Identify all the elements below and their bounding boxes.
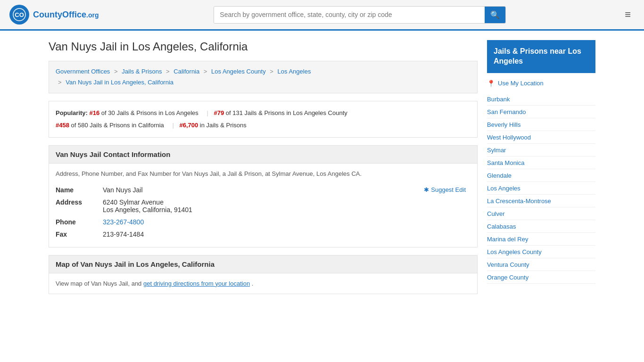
breadcrumb-government-offices[interactable]: Government Offices [56,68,110,75]
logo-text: CountyOffice.org [33,10,99,20]
breadcrumb: Government Offices > Jails & Prisons > C… [49,61,478,93]
sidebar-list-item: La Crescenta-Montrose [487,195,595,207]
name-value: Van Nuys Jail ✱ Suggest Edit [103,184,471,196]
search-input[interactable] [214,7,485,23]
phone-label: Phone [56,216,103,228]
sidebar-link-ventura-county[interactable]: Ventura County [487,261,529,268]
sidebar-list-item: West Hollywood [487,131,595,144]
address-label: Address [56,196,103,216]
pop-rank-1: #16 of 30 Jails & Prisons in Los Angeles [90,109,200,116]
pop-rank-4: #6,700 in Jails & Prisons [179,122,246,129]
fax-value: 213-974-1484 [103,228,471,240]
use-my-location-button[interactable]: 📍 Use My Location [487,78,544,89]
sidebar-list-item: Orange County [487,271,595,284]
sidebar-links-list: BurbankSan FernandoBeverly HillsWest Hol… [487,93,595,284]
sidebar-link-marina-del-rey[interactable]: Marina del Rey [487,236,528,243]
main-container: Van Nuys Jail in Los Angeles, California… [39,31,605,311]
sidebar-list-item: Burbank [487,93,595,106]
sidebar-link-burbank[interactable]: Burbank [487,96,510,103]
sidebar-link-beverly-hills[interactable]: Beverly Hills [487,121,521,128]
sidebar-list-item: Beverly Hills [487,118,595,131]
driving-directions-link[interactable]: get driving directions from your locatio… [143,280,250,287]
phone-link[interactable]: 323-267-4800 [103,218,144,226]
table-row-name: Name Van Nuys Jail ✱ Suggest Edit [56,184,471,196]
breadcrumb-sep-3: > [204,68,207,75]
map-description-prefix: View map of Van Nuys Jail, and [56,280,143,287]
breadcrumb-la-county[interactable]: Los Angeles County [211,68,266,75]
breadcrumb-la[interactable]: Los Angeles [278,68,311,75]
contact-table: Name Van Nuys Jail ✱ Suggest Edit Addres… [56,184,471,240]
sidebar-link-los-angeles[interactable]: Los Angeles [487,185,520,192]
breadcrumb-jails-prisons[interactable]: Jails & Prisons [122,68,162,75]
address-value: 6240 Sylmar Avenue Los Angeles, Californ… [103,196,471,216]
pop-rank-2: #79 of 131 Jails & Prisons in Los Angele… [214,109,347,116]
breadcrumb-current[interactable]: Van Nuys Jail in Los Angeles, California [66,79,173,86]
logo-office: Office [62,10,86,19]
search-box: 🔍 [214,6,506,24]
map-info-box: View map of Van Nuys Jail, and get drivi… [49,273,478,294]
page-title: Van Nuys Jail in Los Angeles, California [49,40,478,53]
map-section: Map of Van Nuys Jail in Los Angeles, Cal… [49,255,478,294]
logo-icon: CO [9,5,29,25]
sidebar-link-orange-county[interactable]: Orange County [487,274,528,281]
sidebar-list-item: Los Angeles County [487,246,595,258]
table-row-fax: Fax 213-974-1484 [56,228,471,240]
pop-sep-2: | [172,122,173,129]
map-description-suffix: . [252,280,254,287]
sidebar-list-item: San Fernando [487,106,595,118]
sidebar-link-calabasas[interactable]: Calabasas [487,223,516,230]
search-icon: 🔍 [490,11,500,19]
sidebar-list-item: Sylmar [487,144,595,156]
logo-area: CO CountyOffice.org [9,5,99,25]
search-button[interactable]: 🔍 [485,7,505,23]
contact-info-box: Address, Phone Number, and Fax Number fo… [49,164,478,247]
table-row-phone: Phone 323-267-4800 [56,216,471,228]
suggest-edit-icon: ✱ [424,186,429,193]
svg-text:CO: CO [15,11,24,18]
map-section-header: Map of Van Nuys Jail in Los Angeles, Cal… [49,255,478,273]
logo-domain: .org [86,11,99,19]
breadcrumb-sep-1: > [114,68,118,75]
sidebar-link-sylmar[interactable]: Sylmar [487,147,506,154]
fax-label: Fax [56,228,103,240]
search-area: 🔍 [214,6,506,24]
sidebar-list-item: Glendale [487,169,595,182]
suggest-edit-button[interactable]: ✱ Suggest Edit [424,186,466,193]
contact-description: Address, Phone Number, and Fax Number fo… [56,170,471,177]
sidebar-link-san-fernando[interactable]: San Fernando [487,108,526,115]
sidebar-link-culver[interactable]: Culver [487,210,505,217]
sidebar-list-item: Ventura County [487,258,595,271]
sidebar-header: Jails & Prisons near Los Angeles [487,40,595,73]
menu-button[interactable]: ≡ [621,7,635,23]
sidebar-link-west-hollywood[interactable]: West Hollywood [487,134,531,141]
name-label: Name [56,184,103,196]
breadcrumb-california[interactable]: California [173,68,199,75]
sidebar-link-santa-monica[interactable]: Santa Monica [487,159,525,166]
logo-county: County [33,10,62,19]
contact-section-header: Van Nuys Jail Contact Information [49,145,478,164]
sidebar-list-item: Culver [487,207,595,220]
sidebar: Jails & Prisons near Los Angeles 📍 Use M… [487,40,595,302]
pop-sep-1: | [206,109,208,116]
table-row-address: Address 6240 Sylmar Avenue Los Angeles, … [56,196,471,216]
breadcrumb-arrow: > [58,79,62,86]
popularity-label: Popularity: [56,109,88,116]
sidebar-list-item: Santa Monica [487,156,595,169]
header: CO CountyOffice.org 🔍 ≡ [0,0,644,31]
sidebar-list-item: Calabasas [487,220,595,233]
sidebar-link-los-angeles-county[interactable]: Los Angeles County [487,248,542,255]
breadcrumb-sep-4: > [270,68,273,75]
popularity-box: Popularity: #16 of 30 Jails & Prisons in… [49,101,478,138]
sidebar-link-glendale[interactable]: Glendale [487,172,512,179]
phone-value: 323-267-4800 [103,216,471,228]
content-area: Van Nuys Jail in Los Angeles, California… [49,40,478,302]
sidebar-link-la-crescenta-montrose[interactable]: La Crescenta-Montrose [487,197,551,205]
location-icon: 📍 [487,80,495,87]
pop-rank-3: #458 of 580 Jails & Prisons in Californi… [56,122,165,129]
breadcrumb-sep-2: > [166,68,170,75]
sidebar-list-item: Marina del Rey [487,233,595,246]
hamburger-icon: ≡ [625,8,631,20]
sidebar-list-item: Los Angeles [487,182,595,195]
